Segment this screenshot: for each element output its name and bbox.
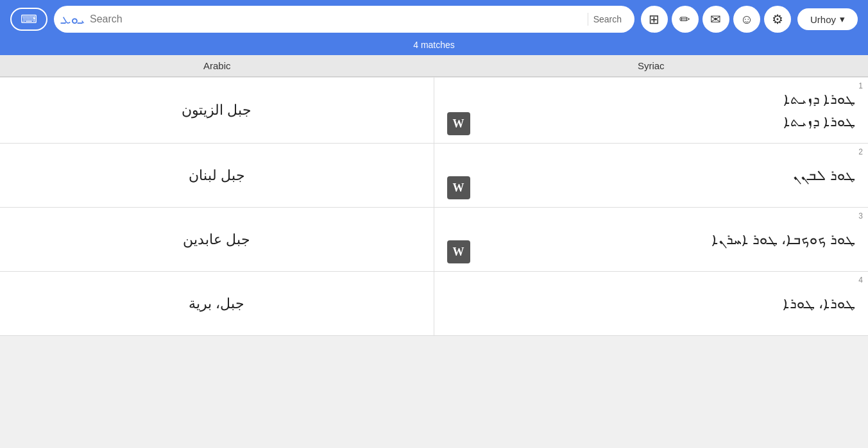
header: ⌨ ܝܘܥ Search ⊞ ✏ ✉ ☺ ⚙ Urhoy ▾ 4 matches (0, 0, 868, 55)
syriac-cell: 4 ܛܘܪܐ، ܛܘܪܐ (434, 272, 869, 335)
arabic-column-header: Arabic (0, 60, 434, 71)
arabic-text: جبل عابدين (0, 208, 434, 271)
arabic-text: جبل، برية (0, 272, 434, 335)
wikipedia-button[interactable]: W (447, 240, 470, 263)
table-row: جبل لبنان 2 ܛܘܪ ܠܒܢܢ W (0, 144, 868, 208)
syriac-search-symbol: ܝܘܥ (62, 12, 85, 27)
syriac-text: ܛܘܪ ܟܘܟܒܐ، ܛܘܪ ܐܚܪܢܐ (711, 228, 855, 251)
mail-icon-button[interactable]: ✉ (702, 6, 729, 33)
syriac-text: ܛܘܪܐ ܕܙܝܬܐܛܘܪܐ ܕܙܝܬܐ (783, 88, 855, 133)
syriac-cell: 2 ܛܘܪ ܠܒܢܢ W (434, 144, 869, 207)
edit-icon-button[interactable]: ✏ (672, 6, 699, 33)
settings-icon-button[interactable]: ⚙ (764, 6, 791, 33)
row-number: 2 (858, 147, 863, 156)
matches-text: 4 matches (413, 40, 455, 50)
syriac-text: ܛܘܪ ܠܒܢܢ (792, 164, 855, 187)
table-row: جبل الزيتون 1 ܛܘܪܐ ܕܙܝܬܐܛܘܪܐ ܕܙܝܬܐ W (0, 77, 868, 144)
arabic-text: جبل الزيتون (0, 78, 434, 143)
syriac-cell: 1 ܛܘܪܐ ܕܙܝܬܐܛܘܪܐ ܕܙܝܬܐ W (434, 78, 869, 143)
syriac-text: ܛܘܪܐ، ܛܘܪܐ (783, 292, 855, 315)
syriac-cell: 3 ܛܘܪ ܟܘܟܒܐ، ܛܘܪ ܐܚܪܢܐ W (434, 208, 869, 271)
search-bar: ܝܘܥ Search (54, 6, 634, 33)
user-menu-button[interactable]: Urhoy ▾ (797, 8, 858, 30)
wikipedia-button[interactable]: W (447, 112, 470, 135)
search-input[interactable] (90, 13, 583, 25)
arabic-text: جبل لبنان (0, 144, 434, 207)
table-row: جبل، برية 4 ܛܘܪܐ، ܛܘܪܐ (0, 272, 868, 336)
matches-subheader: 4 matches (0, 38, 868, 55)
results-list: جبل الزيتون 1 ܛܘܪܐ ܕܙܝܬܐܛܘܪܐ ܕܙܝܬܐ W جبل… (0, 77, 868, 336)
keyboard-icon: ⌨ (21, 12, 37, 26)
column-headers: Arabic Syriac (0, 55, 868, 77)
row-number: 4 (858, 276, 863, 285)
grid-icon-button[interactable]: ⊞ (641, 6, 668, 33)
user-label: Urhoy (810, 14, 836, 25)
keyboard-button[interactable]: ⌨ (10, 8, 47, 31)
table-row: جبل عابدين 3 ܛܘܪ ܟܘܟܒܐ، ܛܘܪ ܐܚܪܢܐ W (0, 208, 868, 272)
smiley-icon-button[interactable]: ☺ (733, 6, 760, 33)
wikipedia-button[interactable]: W (447, 176, 470, 199)
user-dropdown-icon: ▾ (840, 13, 845, 25)
syriac-column-header: Syriac (434, 60, 869, 71)
row-number: 1 (858, 81, 863, 90)
toolbar-icons: ⊞ ✏ ✉ ☺ ⚙ (641, 6, 791, 33)
row-number: 3 (858, 212, 863, 220)
search-button[interactable]: Search (588, 13, 627, 26)
